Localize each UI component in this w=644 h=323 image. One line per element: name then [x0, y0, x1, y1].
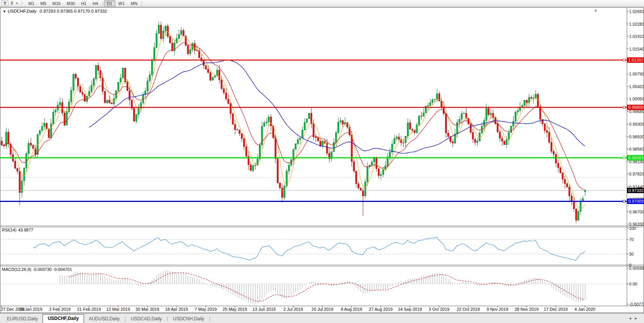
symbol-period-label: USDCHF,Daily: [8, 9, 36, 13]
svg-text:0.99300: 0.99300: [629, 122, 644, 126]
svg-text:22 Oct 2019: 22 Oct 2019: [457, 307, 480, 312]
arrange-arrows-icon: [10, 1, 15, 6]
level-handle[interactable]: [623, 157, 625, 159]
level-handle[interactable]: [623, 106, 625, 108]
svg-text:1.01207: 1.01207: [628, 58, 644, 62]
svg-text:28 Nov 2019: 28 Nov 2019: [515, 307, 539, 312]
top-toolbar: T ▾ M1M5M15M30H1H4D1W1MN: [0, 0, 644, 7]
svg-text:4 Jan 2020: 4 Jan 2020: [575, 307, 595, 312]
tab-scroll-left-icon[interactable]: ◂: [629, 316, 635, 320]
rsi-name: RSI(14): [2, 228, 16, 232]
svg-text:17 Dec 2019: 17 Dec 2019: [544, 307, 568, 312]
svg-text:1.01910: 1.01910: [629, 34, 644, 39]
tab-scroll-right-icon[interactable]: ▸: [635, 316, 641, 320]
timeframe-group: M1M5M15M30H1H4D1W1MN: [25, 0, 143, 7]
svg-text:-0.00773: -0.00773: [629, 302, 644, 307]
dropdown-arrow-icon[interactable]: ▼: [3, 10, 6, 13]
svg-text:3 Oct 2019: 3 Oct 2019: [429, 307, 450, 312]
timeframe-button-d1[interactable]: D1: [104, 0, 115, 7]
svg-text:7 May 2019: 7 May 2019: [195, 307, 217, 312]
macd-name: MACD(12,26,9): [2, 267, 31, 272]
svg-text:0.98930: 0.98930: [629, 134, 644, 139]
rsi-indicator-label: RSI(14)43.9877: [2, 228, 35, 232]
macd-values: -0.003730 -0.004701: [33, 267, 72, 272]
svg-text:0.97332: 0.97332: [628, 188, 644, 193]
chart-title: ▼USDCHF,Daily0.97293 0.97365 0.97170 0.9…: [3, 9, 107, 13]
svg-text:0.96700: 0.96700: [629, 210, 644, 214]
svg-text:20 Jul 2019: 20 Jul 2019: [311, 307, 333, 312]
rsi-value: 43.9877: [18, 228, 33, 232]
timeframe-button-mn[interactable]: MN: [128, 0, 140, 7]
time-axis[interactable]: 27 Dec 201815 Jan 20192 Feb 201921 Feb 2…: [1, 306, 595, 312]
svg-text:0.98303: 0.98303: [628, 156, 644, 160]
price-chart-canvas[interactable]: 1.026501.022801.019101.015401.011701.007…: [0, 0, 644, 323]
svg-text:12 Mar 2019: 12 Mar 2019: [106, 307, 130, 312]
svg-text:0.99800: 0.99800: [628, 105, 644, 110]
svg-text:15 Jan 2019: 15 Jan 2019: [19, 307, 43, 312]
svg-text:8 Aug 2019: 8 Aug 2019: [341, 307, 362, 312]
svg-text:2 Feb 2019: 2 Feb 2019: [49, 307, 71, 312]
text-tool-button[interactable]: T: [2, 0, 8, 6]
toolbar-grip[interactable]: [21, 1, 23, 6]
tab-audusd-daily[interactable]: AUDUSD,Daily: [84, 315, 124, 323]
level-price-label: 1.01207: [627, 57, 644, 63]
tab-usdcnh-daily[interactable]: USDCNH,Daily: [168, 315, 209, 323]
svg-text:21 Feb 2019: 21 Feb 2019: [77, 307, 101, 312]
timeframe-button-m1[interactable]: M1: [25, 0, 37, 7]
level-handle[interactable]: [623, 200, 625, 202]
level-price-label: 0.97009: [627, 198, 644, 204]
tab-usdcad-daily[interactable]: USDCAD,Daily: [126, 315, 166, 323]
svg-text:2 Jul 2019: 2 Jul 2019: [283, 307, 303, 312]
level-price-label: 0.99800: [627, 105, 644, 110]
svg-text:70: 70: [629, 237, 634, 242]
svg-text:1.00420: 1.00420: [629, 84, 644, 89]
svg-text:14 Sep 2019: 14 Sep 2019: [398, 307, 422, 312]
chart-window-frame: [0, 8, 644, 313]
svg-text:0.98560: 0.98560: [629, 147, 644, 151]
timeframe-button-h1[interactable]: H1: [78, 0, 89, 7]
current-price-label: 0.97332: [627, 188, 644, 193]
svg-text:1.01540: 1.01540: [629, 47, 644, 51]
tab-separator: |: [209, 315, 211, 323]
timeframe-button-w1[interactable]: W1: [115, 0, 128, 7]
timeframe-button-h4[interactable]: H4: [89, 0, 101, 7]
level-price-label: 0.98303: [627, 155, 644, 161]
svg-text:1.02280: 1.02280: [629, 22, 644, 26]
svg-text:25 May 2019: 25 May 2019: [223, 307, 247, 312]
tab-usdchf-daily[interactable]: USDCHF,Daily: [43, 314, 84, 323]
svg-text:0.97820: 0.97820: [629, 172, 644, 176]
chart-tabs-bar: EURUSD,DailyUSDCHF,DailyAUDUSD,Daily|USD…: [0, 313, 644, 323]
level-handle[interactable]: [623, 59, 625, 61]
svg-text:0.97009: 0.97009: [628, 199, 644, 203]
timeframe-button-m5[interactable]: M5: [37, 0, 49, 7]
tab-scroll-arrows: ◂▸: [629, 316, 641, 321]
svg-text:0.00: 0.00: [629, 282, 637, 286]
svg-text:1.02650: 1.02650: [629, 9, 644, 14]
svg-text:0.005986: 0.005986: [629, 266, 644, 271]
svg-text:27 Aug 2019: 27 Aug 2019: [369, 307, 393, 312]
svg-text:100: 100: [629, 226, 636, 231]
svg-text:1.00790: 1.00790: [629, 72, 644, 76]
svg-text:30: 30: [629, 252, 634, 256]
tools-button[interactable]: ▾: [9, 0, 19, 7]
timeframe-button-m30[interactable]: M30: [64, 0, 78, 7]
tab-eurusd-daily[interactable]: EURUSD,Daily: [2, 315, 43, 323]
macd-indicator-label: MACD(12,26,9)-0.003730 -0.004701: [2, 267, 74, 272]
timeframe-button-m15[interactable]: M15: [49, 0, 64, 7]
svg-text:13 Jun 2019: 13 Jun 2019: [252, 307, 276, 312]
svg-text:30 Mar 2019: 30 Mar 2019: [135, 307, 159, 312]
svg-text:9 Nov 2019: 9 Nov 2019: [487, 307, 508, 312]
svg-text:18 Apr 2019: 18 Apr 2019: [165, 307, 188, 312]
ohlc-values: 0.97293 0.97365 0.97170 0.97332: [40, 9, 107, 13]
chevron-down-icon: ▾: [16, 2, 18, 5]
svg-text:1.00050: 1.00050: [629, 97, 644, 101]
